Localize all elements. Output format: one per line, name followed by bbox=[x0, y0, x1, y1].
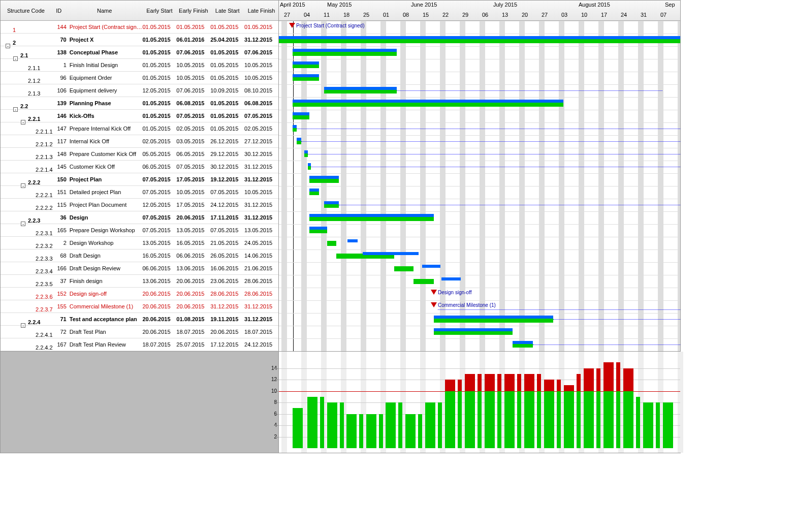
table-row[interactable]: 2.2.2.2115Project Plan Document12.05.201… bbox=[1, 199, 278, 211]
gantt-chart[interactable]: April 2015May 2015June 2015July 2015Augu… bbox=[279, 1, 680, 351]
table-row[interactable]: 2.2.3.1165Prepare Design Workshop07.05.2… bbox=[1, 224, 278, 237]
histogram-bar-over[interactable] bbox=[623, 368, 633, 391]
histogram-bar-over[interactable] bbox=[544, 380, 554, 391]
table-row[interactable]: 2.2.2.1151Detailed project Plan07.05.201… bbox=[1, 186, 278, 199]
histogram-bar[interactable] bbox=[564, 391, 574, 449]
resource-histogram[interactable] bbox=[279, 352, 680, 453]
tree-toggle-icon[interactable]: - bbox=[21, 183, 25, 188]
table-row[interactable]: 2.2.1.1147Prepare Internal Kick Off01.05… bbox=[1, 122, 278, 135]
histogram-bar-over[interactable] bbox=[603, 362, 614, 391]
histogram-bar-over[interactable] bbox=[478, 374, 482, 391]
histogram-bar[interactable] bbox=[478, 391, 482, 449]
table-row[interactable]: 2.2.4.2167Draft Test Plan Review18.07.20… bbox=[1, 338, 278, 351]
table-row[interactable]: 2.1-138Conceptual Phase01.05.201507.06.2… bbox=[1, 46, 278, 59]
tree-toggle-icon[interactable]: - bbox=[21, 323, 25, 328]
task-bar[interactable] bbox=[394, 266, 414, 271]
histogram-bar-over[interactable] bbox=[524, 374, 534, 391]
task-bar[interactable] bbox=[414, 279, 434, 284]
histogram-bar[interactable] bbox=[425, 402, 435, 448]
histogram-bar-over[interactable] bbox=[517, 374, 521, 391]
histogram-bar[interactable] bbox=[504, 391, 515, 449]
histogram-bar[interactable] bbox=[458, 391, 462, 449]
milestone-marker[interactable] bbox=[431, 302, 437, 307]
histogram-bar[interactable] bbox=[359, 414, 363, 449]
table-row[interactable]: 2.2.3.7155Commercial Milestone (1)20.06.… bbox=[1, 300, 278, 313]
histogram-bar[interactable] bbox=[379, 414, 383, 449]
col-late-start[interactable]: Late Start bbox=[210, 7, 244, 15]
histogram-bar[interactable] bbox=[616, 391, 620, 449]
table-row[interactable]: 2.1.11Finish Initial Design01.05.201510.… bbox=[1, 59, 278, 72]
table-row[interactable]: 2.2.1-146Kick-Offs01.05.201507.05.201501… bbox=[1, 110, 278, 122]
histogram-bar-over[interactable] bbox=[485, 374, 495, 391]
histogram-bar-over[interactable] bbox=[497, 374, 501, 391]
col-structure-code[interactable]: Structure Code bbox=[1, 7, 51, 15]
histogram-bar-over[interactable] bbox=[458, 380, 462, 391]
histogram-bar[interactable] bbox=[544, 391, 554, 449]
histogram-bar[interactable] bbox=[524, 391, 534, 449]
histogram-bar[interactable] bbox=[485, 391, 495, 449]
table-row[interactable]: 2.1.3106Equipment delivery12.05.201507.0… bbox=[1, 84, 278, 97]
histogram-bar[interactable] bbox=[340, 402, 344, 448]
table-row[interactable]: 2.2.4.172Draft Test Plan20.06.201518.07.… bbox=[1, 326, 278, 338]
histogram-bar-over[interactable] bbox=[616, 362, 620, 391]
histogram-bar[interactable] bbox=[366, 414, 376, 449]
tree-toggle-icon[interactable]: - bbox=[6, 44, 10, 48]
histogram-bar[interactable] bbox=[623, 391, 633, 449]
histogram-bar[interactable] bbox=[346, 414, 357, 449]
histogram-bar-over[interactable] bbox=[564, 385, 574, 391]
histogram-bar-over[interactable] bbox=[557, 380, 561, 391]
histogram-bar-over[interactable] bbox=[504, 374, 515, 391]
histogram-bar-over[interactable] bbox=[577, 374, 581, 391]
table-row[interactable]: 2.2.3.368Draft Design16.05.201506.06.201… bbox=[1, 249, 278, 262]
gantt-body[interactable]: Project Start (Contract signed)Design si… bbox=[279, 21, 680, 351]
col-early-finish[interactable]: Early Finish bbox=[176, 7, 210, 15]
histogram-bar[interactable] bbox=[320, 397, 324, 448]
histogram-bar-over[interactable] bbox=[584, 368, 594, 391]
histogram-bar[interactable] bbox=[307, 397, 317, 448]
histogram-bar[interactable] bbox=[418, 414, 422, 449]
table-row[interactable]: 2-70Project X01.05.201506.01.201625.04.2… bbox=[1, 34, 278, 46]
histogram-bar[interactable] bbox=[656, 402, 660, 448]
histogram-bar-over[interactable] bbox=[596, 368, 600, 391]
histogram-bar[interactable] bbox=[386, 402, 396, 448]
timeline-header[interactable]: April 2015May 2015June 2015July 2015Augu… bbox=[279, 1, 680, 21]
histogram-bar[interactable] bbox=[445, 391, 455, 449]
table-row[interactable]: 2.2.1.4145Customer Kick Off06.05.201507.… bbox=[1, 161, 278, 173]
tree-toggle-icon[interactable]: - bbox=[13, 56, 18, 61]
histogram-bar-over[interactable] bbox=[445, 380, 455, 391]
histogram-bar[interactable] bbox=[465, 391, 475, 449]
histogram-bar[interactable] bbox=[603, 391, 614, 449]
task-bar[interactable] bbox=[327, 241, 336, 246]
histogram-bar-over[interactable] bbox=[537, 374, 541, 391]
histogram-bar[interactable] bbox=[577, 391, 581, 449]
histogram-bar[interactable] bbox=[405, 414, 416, 449]
histogram-bar[interactable] bbox=[643, 402, 653, 448]
histogram-bar[interactable] bbox=[293, 408, 303, 448]
milestone-marker[interactable] bbox=[431, 290, 437, 295]
histogram-bar[interactable] bbox=[537, 391, 541, 449]
histogram-bar[interactable] bbox=[497, 391, 501, 449]
tree-toggle-icon[interactable]: - bbox=[21, 222, 25, 226]
table-row[interactable]: 2.2.1.3148Prepare Customer Kick Off05.05… bbox=[1, 148, 278, 161]
tree-toggle-icon[interactable]: - bbox=[21, 120, 25, 124]
col-name[interactable]: Name bbox=[67, 7, 143, 15]
histogram-bar[interactable] bbox=[327, 402, 337, 448]
histogram-bar-over[interactable] bbox=[465, 374, 475, 391]
table-row[interactable]: 2.2.3.22Design Workshop13.05.201516.05.2… bbox=[1, 237, 278, 249]
table-row[interactable]: 2.2.3.4166Draft Design Review06.06.20151… bbox=[1, 262, 278, 275]
table-row[interactable]: 2.2-139Planning Phase01.05.201506.08.201… bbox=[1, 97, 278, 110]
table-row[interactable]: 2.2.3.537Finish design13.06.201520.06.20… bbox=[1, 275, 278, 288]
table-row[interactable]: 2.1.296Equipment Order01.05.201510.05.20… bbox=[1, 72, 278, 84]
histogram-bar[interactable] bbox=[517, 391, 521, 449]
table-row[interactable]: 2.2.1.2117Internal Kick Off02.05.201503.… bbox=[1, 135, 278, 148]
table-row[interactable]: 2.2.2-150Project Plan07.05.201517.05.201… bbox=[1, 173, 278, 186]
histogram-bar[interactable] bbox=[398, 402, 402, 448]
table-row[interactable]: 2.2.3-36Design07.05.201520.06.201517.11.… bbox=[1, 211, 278, 224]
histogram-bar[interactable] bbox=[557, 391, 561, 449]
col-id[interactable]: ID bbox=[51, 7, 67, 15]
tree-toggle-icon[interactable]: - bbox=[13, 107, 18, 112]
histogram-bar[interactable] bbox=[438, 402, 442, 448]
table-row[interactable]: 2.2.3.6152Design sign-off20.06.201520.06… bbox=[1, 288, 278, 300]
table-row[interactable]: 2.2.4-71Test and acceptance plan20.06.20… bbox=[1, 313, 278, 326]
table-row[interactable]: 1144Project Start (Contract signed)01.05… bbox=[1, 21, 278, 34]
